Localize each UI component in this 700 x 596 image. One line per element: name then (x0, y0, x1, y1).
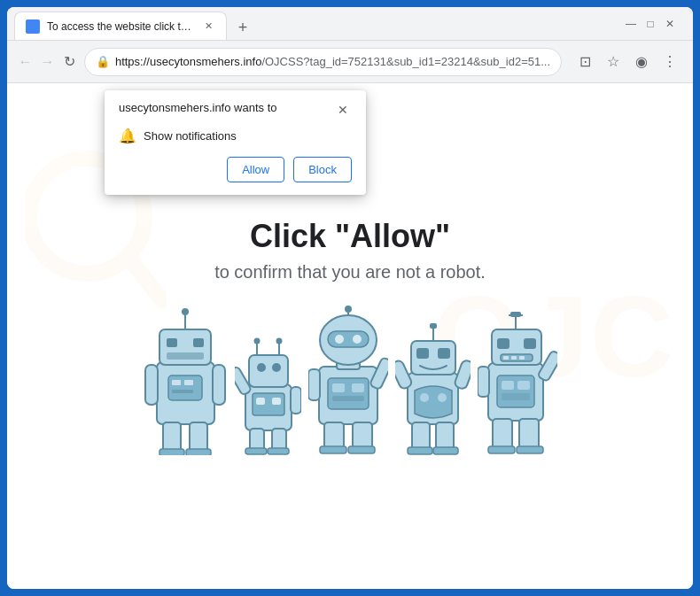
main-subtext: to confirm that you are not a robot. (214, 262, 486, 283)
svg-rect-10 (172, 380, 181, 385)
svg-rect-74 (524, 338, 536, 349)
svg-rect-31 (291, 387, 301, 414)
popup-notification-row: 🔔 Show notifications (119, 128, 352, 144)
window-controls: — □ ✕ (624, 17, 677, 31)
address-bar: ← → ↻ 🔒 https://usecytonsmehers.info/OJC… (7, 41, 693, 83)
svg-rect-14 (213, 365, 225, 405)
svg-rect-46 (352, 383, 364, 392)
svg-line-1 (129, 259, 162, 300)
svg-rect-66 (408, 447, 432, 454)
svg-rect-80 (502, 381, 514, 390)
profile-icon[interactable]: ◉ (629, 50, 654, 74)
robot-1 (144, 305, 228, 455)
robot-5 (478, 306, 557, 455)
svg-point-24 (276, 337, 282, 344)
svg-rect-82 (502, 393, 530, 400)
svg-rect-72 (510, 312, 521, 317)
svg-rect-9 (168, 375, 202, 400)
toolbar-icons: ⊡ ☆ ◉ ⋮ (572, 50, 682, 74)
robots-illustration (144, 300, 557, 455)
svg-rect-58 (416, 348, 429, 359)
browser-window: To access the website click the ' ✕ + — … (7, 7, 693, 589)
svg-rect-7 (193, 338, 204, 347)
page-content: OJC usecytonsmehers.info wants to ✕ 🔔 Sh… (7, 83, 693, 589)
robot-2 (235, 336, 301, 455)
svg-point-40 (345, 306, 352, 313)
popup-buttons: Allow Block (119, 157, 352, 182)
svg-rect-67 (433, 447, 458, 454)
tab-close-button[interactable]: ✕ (201, 19, 215, 34)
main-text: Click "Allow" to confirm that you are no… (214, 218, 486, 283)
svg-point-25 (257, 363, 266, 372)
svg-rect-87 (488, 446, 515, 453)
menu-icon[interactable]: ⋮ (657, 50, 682, 74)
allow-button[interactable]: Allow (227, 157, 284, 182)
svg-rect-59 (438, 348, 450, 359)
svg-point-42 (335, 335, 344, 344)
svg-rect-34 (245, 448, 267, 454)
svg-rect-17 (159, 449, 184, 455)
svg-rect-88 (517, 446, 543, 453)
notification-popup: usecytonsmehers.info wants to ✕ 🔔 Show n… (105, 90, 366, 195)
title-bar: To access the website click the ' ✕ + — … (7, 7, 693, 41)
minimize-button[interactable]: — (624, 17, 638, 31)
svg-rect-28 (256, 398, 265, 405)
svg-point-5 (182, 308, 189, 315)
svg-rect-44 (328, 378, 369, 409)
close-button[interactable]: ✕ (663, 17, 677, 31)
svg-rect-6 (167, 338, 177, 347)
svg-rect-18 (186, 449, 211, 455)
svg-rect-47 (332, 396, 364, 401)
svg-rect-11 (184, 380, 193, 385)
svg-rect-45 (332, 383, 345, 392)
tab-title: To access the website click the ' (47, 20, 194, 33)
svg-rect-77 (511, 356, 517, 360)
svg-rect-73 (497, 338, 509, 349)
main-heading: Click "Allow" (214, 218, 486, 255)
lock-icon: 🔒 (96, 55, 110, 68)
svg-rect-13 (145, 365, 158, 405)
robot-4 (395, 318, 471, 455)
bell-icon: 🔔 (119, 128, 136, 144)
svg-rect-52 (320, 446, 346, 453)
svg-point-22 (253, 337, 260, 344)
svg-rect-8 (167, 352, 204, 360)
url-domain: https://usecytonsmehers.info (115, 55, 261, 68)
svg-rect-78 (519, 356, 525, 360)
svg-rect-57 (430, 323, 437, 329)
url-path: /OJCSS?tag_id=752131&sub_id1=23214&sub_i… (261, 55, 550, 68)
url-text: https://usecytonsmehers.info/OJCSS?tag_i… (115, 55, 550, 68)
svg-point-60 (420, 393, 429, 402)
tab-bar: To access the website click the ' ✕ + (14, 7, 624, 40)
svg-rect-76 (503, 356, 509, 360)
svg-rect-79 (497, 375, 534, 407)
svg-point-43 (353, 335, 362, 344)
screenshare-icon[interactable]: ⊡ (572, 50, 597, 74)
svg-point-61 (438, 393, 447, 402)
svg-rect-35 (268, 448, 289, 454)
new-tab-button[interactable]: + (230, 15, 255, 40)
svg-rect-83 (478, 367, 489, 397)
popup-notification-text: Show notifications (144, 129, 237, 143)
svg-rect-49 (308, 369, 320, 400)
block-button[interactable]: Block (293, 157, 352, 182)
popup-close-button[interactable]: ✕ (334, 101, 352, 119)
popup-header: usecytonsmehers.info wants to ✕ (119, 101, 352, 119)
url-bar[interactable]: 🔒 https://usecytonsmehers.info/OJCSS?tag… (84, 48, 562, 76)
svg-rect-41 (328, 331, 369, 347)
svg-rect-20 (249, 355, 288, 387)
back-button[interactable]: ← (18, 50, 33, 74)
svg-rect-29 (272, 398, 281, 405)
active-tab[interactable]: To access the website click the ' ✕ (14, 12, 227, 40)
maximize-button[interactable]: □ (643, 17, 657, 31)
reload-button[interactable]: ↻ (62, 50, 77, 74)
svg-rect-81 (517, 381, 530, 390)
tab-favicon (26, 19, 40, 34)
svg-rect-53 (348, 446, 375, 453)
svg-point-26 (272, 363, 281, 372)
robot-3 (308, 300, 388, 455)
popup-title: usecytonsmehers.info wants to (119, 101, 276, 114)
forward-button[interactable]: → (40, 50, 55, 74)
svg-rect-12 (172, 390, 193, 393)
bookmark-icon[interactable]: ☆ (601, 50, 626, 74)
